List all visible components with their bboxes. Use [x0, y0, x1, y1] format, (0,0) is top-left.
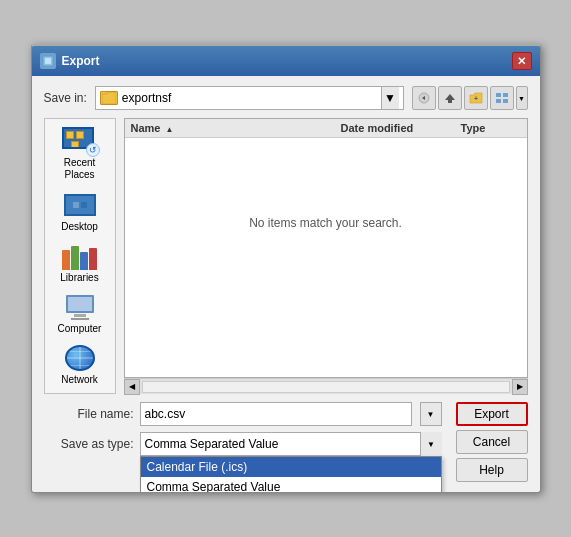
title-bar-left: Export — [40, 53, 100, 69]
col-header-date[interactable]: Date modified — [341, 122, 461, 134]
save-in-combo[interactable]: exportnsf ▼ — [95, 86, 404, 110]
save-in-arrow[interactable]: ▼ — [381, 87, 399, 109]
computer-label: Computer — [58, 323, 102, 334]
nav-item-libraries[interactable]: Libraries — [47, 238, 113, 287]
recent-places-icon: ↺ — [62, 127, 98, 155]
file-list-container: Name ▲ Date modified Type No items match… — [124, 118, 528, 394]
svg-rect-9 — [496, 99, 501, 103]
bottom-section: File name: ▼ Save as type: Comma Separat… — [44, 402, 528, 482]
col-header-name[interactable]: Name ▲ — [131, 122, 341, 134]
svg-rect-8 — [503, 93, 508, 97]
left-nav-panel: ↺ RecentPlaces Desktop — [44, 118, 116, 394]
col-header-type[interactable]: Type — [461, 122, 521, 134]
dropdown-item-csv[interactable]: Comma Separated Value — [141, 477, 441, 493]
libraries-label: Libraries — [60, 272, 98, 283]
svg-rect-5 — [448, 100, 452, 103]
save-type-arrow[interactable]: ▼ — [420, 432, 442, 456]
save-type-row: Save as type: Comma Separated Value ▼ Ca… — [44, 432, 442, 456]
recent-places-label: RecentPlaces — [64, 157, 96, 181]
dropdown-item-calendar[interactable]: Calendar File (.ics) — [141, 457, 441, 477]
save-in-label: Save in: — [44, 91, 87, 105]
file-list-header: Name ▲ Date modified Type — [125, 119, 527, 138]
svg-rect-7 — [496, 93, 501, 97]
save-type-dropdown: Calendar File (.ics) Comma Separated Val… — [140, 456, 442, 493]
file-name-label: File name: — [44, 407, 134, 421]
view-button[interactable] — [490, 86, 514, 110]
scroll-left-button[interactable]: ◀ — [124, 379, 140, 395]
save-type-label: Save as type: — [44, 437, 134, 451]
save-type-select-wrapper: Comma Separated Value ▼ Calendar File (.… — [140, 432, 442, 456]
svg-rect-1 — [45, 58, 51, 64]
nav-item-network[interactable]: Network — [47, 340, 113, 389]
export-dialog: Export ✕ Save in: exportnsf ▼ — [31, 44, 541, 493]
view-arrow-button[interactable]: ▼ — [516, 86, 528, 110]
input-buttons-row: File name: ▼ Save as type: Comma Separat… — [44, 402, 528, 482]
help-button[interactable]: Help — [456, 458, 528, 482]
file-name-input[interactable] — [140, 402, 412, 426]
title-bar: Export ✕ — [32, 46, 540, 76]
folder-icon — [100, 91, 118, 105]
file-name-row: File name: ▼ — [44, 402, 442, 426]
desktop-icon — [62, 191, 98, 219]
save-in-value: exportnsf — [122, 91, 377, 105]
main-area: ↺ RecentPlaces Desktop — [44, 118, 528, 394]
network-label: Network — [61, 374, 98, 385]
scroll-right-button[interactable]: ▶ — [512, 379, 528, 395]
save-in-row: Save in: exportnsf ▼ — [44, 86, 528, 110]
back-button[interactable] — [412, 86, 436, 110]
save-type-display[interactable]: Comma Separated Value — [140, 432, 442, 456]
export-button[interactable]: Export — [456, 402, 528, 426]
file-list: Name ▲ Date modified Type No items match… — [124, 118, 528, 378]
up-button[interactable] — [438, 86, 462, 110]
nav-item-recent-places[interactable]: ↺ RecentPlaces — [47, 123, 113, 185]
cancel-button[interactable]: Cancel — [456, 430, 528, 454]
computer-icon — [62, 293, 98, 321]
scroll-track[interactable] — [142, 381, 510, 393]
sort-arrow-icon: ▲ — [166, 125, 174, 134]
horizontal-scrollbar[interactable]: ◀ ▶ — [124, 378, 528, 394]
desktop-label: Desktop — [61, 221, 98, 232]
nav-item-desktop[interactable]: Desktop — [47, 187, 113, 236]
action-buttons: Export Cancel Help — [456, 402, 528, 482]
svg-marker-4 — [445, 94, 455, 100]
new-folder-button[interactable]: + — [464, 86, 488, 110]
network-icon — [62, 344, 98, 372]
file-list-empty-message: No items match your search. — [125, 138, 527, 308]
dialog-title: Export — [62, 54, 100, 68]
toolbar: + ▼ — [412, 86, 528, 110]
nav-item-computer[interactable]: Computer — [47, 289, 113, 338]
libraries-icon — [62, 242, 98, 270]
input-area: File name: ▼ Save as type: Comma Separat… — [44, 402, 442, 462]
svg-text:+: + — [473, 95, 477, 102]
dialog-body: Save in: exportnsf ▼ — [32, 76, 540, 492]
dialog-icon — [40, 53, 56, 69]
close-button[interactable]: ✕ — [512, 52, 532, 70]
file-name-dropdown-arrow[interactable]: ▼ — [420, 402, 442, 426]
svg-rect-10 — [503, 99, 508, 103]
